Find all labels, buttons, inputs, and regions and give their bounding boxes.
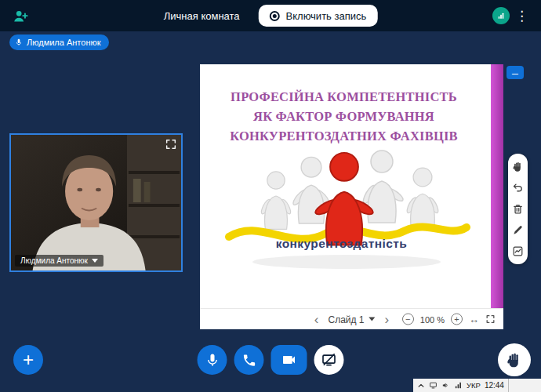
previous-slide-button[interactable]: ‹ — [313, 313, 321, 326]
webcam-fullscreen-icon[interactable] — [165, 138, 177, 151]
language-indicator[interactable]: УКР — [467, 381, 481, 390]
slide-side-strip — [491, 64, 503, 308]
record-button-label: Включить запись — [286, 10, 367, 22]
fit-width-icon[interactable]: ↔ — [469, 314, 479, 325]
record-icon — [270, 11, 280, 21]
connection-status-icon[interactable] — [492, 7, 510, 24]
active-speaker-badge[interactable]: Людмила Антонюк — [9, 34, 109, 50]
meeting-window: Личная комната Включить запись ⋮ — [0, 0, 541, 392]
top-bar: Личная комната Включить запись ⋮ — [0, 0, 541, 31]
chevron-down-icon — [369, 318, 376, 321]
webcam-share-button[interactable] — [271, 345, 307, 375]
zoom-in-button[interactable]: + — [451, 314, 463, 325]
raise-hand-button[interactable] — [498, 343, 531, 376]
tray-display-icon[interactable] — [429, 381, 438, 390]
screen-share-off-icon — [321, 352, 337, 368]
tray-network-icon[interactable] — [454, 381, 463, 390]
speaker-name: Людмила Антонюк — [27, 38, 101, 47]
hand-icon — [506, 351, 523, 368]
topbar-center: Личная комната Включить запись — [164, 5, 378, 27]
options-menu-icon[interactable]: ⋮ — [512, 8, 532, 24]
presentation-toolbar: ‹ Слайд 1 › − 100 % + ↔ — [200, 308, 503, 329]
mute-microphone-button[interactable] — [198, 345, 227, 375]
media-controls — [198, 345, 344, 375]
clear-whiteboard-icon[interactable] — [511, 202, 525, 216]
whiteboard-toolbar — [508, 154, 528, 264]
add-content-button[interactable]: + — [13, 345, 43, 375]
hand-tool-icon[interactable] — [511, 160, 525, 173]
slide-selector[interactable]: Слайд 1 — [328, 314, 375, 325]
system-taskbar: УКР 12:44 — [413, 379, 541, 392]
chevron-down-icon — [92, 259, 98, 263]
webcam-video — [11, 135, 181, 270]
clock[interactable]: 12:44 — [485, 381, 504, 390]
manage-users-icon[interactable] — [11, 7, 30, 26]
zoom-level: 100 % — [420, 314, 445, 324]
slide-number-label: Слайд 1 — [328, 314, 364, 325]
pen-tool-icon[interactable] — [511, 223, 525, 237]
undo-icon[interactable] — [511, 181, 525, 194]
leave-audio-button[interactable] — [234, 345, 264, 375]
microphone-icon — [205, 353, 220, 368]
microphone-icon — [15, 38, 23, 46]
tray-chevron-up-icon[interactable] — [417, 382, 425, 390]
chart-tool-icon[interactable] — [511, 245, 525, 258]
room-title: Личная комната — [164, 10, 240, 22]
minimize-presentation-button[interactable]: – — [507, 66, 524, 79]
slide-canvas[interactable]: ПРОФЕСІЙНА КОМПЕТЕНТНІСТЬ ЯК ФАКТОР ФОРМ… — [200, 64, 503, 308]
start-recording-button[interactable]: Включить запись — [259, 5, 378, 27]
slide-title: ПРОФЕСІЙНА КОМПЕТЕНТНІСТЬ ЯК ФАКТОР ФОРМ… — [208, 88, 480, 146]
phone-icon — [241, 353, 256, 368]
webcam-tile: Людмила Антонюк — [9, 133, 183, 272]
camera-icon — [281, 352, 297, 368]
slide-illustration — [217, 143, 476, 272]
webcam-name-label[interactable]: Людмила Антонюк — [15, 255, 103, 267]
slide-caption: конкурентоздатність — [200, 237, 483, 251]
zoom-out-button[interactable]: − — [402, 314, 414, 325]
presentation-fullscreen-icon[interactable] — [485, 314, 496, 325]
presentation-area: ПРОФЕСІЙНА КОМПЕТЕНТНІСТЬ ЯК ФАКТОР ФОРМ… — [200, 64, 503, 329]
tray-volume-icon[interactable] — [441, 381, 450, 390]
screen-share-button[interactable] — [314, 345, 344, 375]
webcam-user-name: Людмила Антонюк — [20, 256, 88, 265]
show-desktop-button[interactable] — [508, 379, 512, 392]
next-slide-button[interactable]: › — [383, 313, 391, 326]
